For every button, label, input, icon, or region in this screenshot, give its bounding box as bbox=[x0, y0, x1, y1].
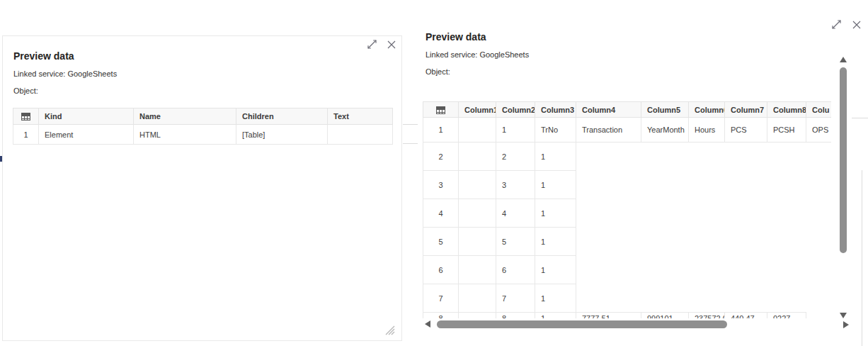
object-label: Object: bbox=[13, 86, 38, 95]
background-divider bbox=[403, 143, 418, 144]
column-header: Column2 bbox=[496, 102, 535, 118]
table-cell: 2 bbox=[496, 143, 535, 171]
table-cell bbox=[459, 284, 496, 313]
table-cell: 5 bbox=[496, 228, 535, 256]
dialog-title: Preview data bbox=[13, 50, 74, 62]
table-cell: 237572.03 bbox=[689, 313, 725, 319]
table-cell: 999101 bbox=[641, 313, 689, 319]
row-index-cell: 1 bbox=[13, 125, 39, 145]
table-cell: HTML bbox=[134, 125, 236, 145]
horizontal-scrollbar-thumb[interactable] bbox=[437, 320, 727, 328]
preview-table: KindNameChildrenText1ElementHTML[Table] bbox=[13, 108, 393, 145]
table-cell bbox=[328, 125, 393, 145]
dialog-title: Preview data bbox=[426, 31, 486, 43]
background-divider bbox=[403, 124, 418, 125]
header-row: Column1Column2Column3Column4Column5Colum… bbox=[423, 102, 832, 118]
table-row: 661 bbox=[423, 256, 832, 284]
table-cell bbox=[459, 256, 496, 284]
table-cell: Element bbox=[39, 125, 134, 145]
close-icon[interactable] bbox=[387, 40, 396, 49]
table-grid-icon bbox=[436, 106, 445, 114]
table-cell bbox=[459, 313, 496, 319]
table-row: 331 bbox=[423, 171, 832, 199]
row-index-header bbox=[13, 108, 39, 125]
table-cell: YearMonth bbox=[641, 118, 689, 143]
table-cell: PCSH bbox=[767, 118, 806, 143]
table-row: 441 bbox=[423, 199, 832, 228]
row-index-cell: 6 bbox=[423, 256, 459, 284]
table-row: 11TrNoTransactionYearMonthHoursPCSPCSHOP… bbox=[423, 118, 832, 143]
table-cell: Transaction bbox=[576, 118, 641, 143]
expand-icon[interactable] bbox=[832, 20, 841, 29]
table-cell: 1 bbox=[535, 228, 576, 256]
table-cell: 6 bbox=[496, 256, 535, 284]
header-row: KindNameChildrenText bbox=[13, 108, 393, 125]
preview-table: Column1Column2Column3Column4Column5Colum… bbox=[423, 101, 831, 318]
table-cell: 440.47 bbox=[725, 313, 767, 319]
preview-data-dialog-left: Preview data Linked service: GoogleSheet… bbox=[2, 35, 402, 341]
table-cell: 1 bbox=[496, 118, 535, 143]
table-cell: 3 bbox=[496, 171, 535, 199]
linked-service-label: Linked service: GoogleSheets bbox=[13, 69, 117, 78]
column-header: Column7 bbox=[725, 102, 767, 118]
row-index-cell: 7 bbox=[423, 284, 459, 313]
table-cell: 1 bbox=[535, 313, 576, 319]
column-header: Column6 bbox=[689, 102, 725, 118]
table-cell: 1 bbox=[535, 256, 576, 284]
background-divider bbox=[862, 170, 862, 346]
row-index-cell: 2 bbox=[423, 143, 459, 171]
scroll-right-arrow-icon[interactable] bbox=[843, 321, 849, 328]
scroll-up-arrow-icon[interactable] bbox=[840, 57, 847, 62]
table-cell bbox=[459, 143, 496, 171]
row-index-header bbox=[423, 102, 459, 118]
table-cell: TrNo bbox=[535, 118, 576, 143]
column-header: Text bbox=[328, 108, 393, 125]
table-cell: 4 bbox=[496, 199, 535, 228]
table-row: 551 bbox=[423, 228, 832, 256]
table-cell: Hours bbox=[689, 118, 725, 143]
screen: Preview data Linked service: GoogleSheet… bbox=[0, 0, 868, 346]
table-cell: [Table] bbox=[236, 125, 328, 145]
table-row: 1ElementHTML[Table] bbox=[13, 125, 393, 145]
table-cell: 1 bbox=[535, 143, 576, 171]
table-cell: OPS bbox=[806, 118, 832, 143]
column-header: Colu bbox=[806, 102, 832, 118]
right-dialog-icons bbox=[832, 20, 861, 29]
table-cell bbox=[459, 118, 496, 143]
column-header: Column3 bbox=[535, 102, 576, 118]
resize-grip-icon[interactable] bbox=[385, 325, 395, 335]
table-cell: 1 bbox=[535, 284, 576, 313]
scroll-left-arrow-icon[interactable] bbox=[425, 320, 430, 328]
column-header: Column5 bbox=[641, 102, 689, 118]
table-cell: 1 bbox=[535, 199, 576, 228]
expand-icon[interactable] bbox=[367, 40, 377, 49]
close-icon[interactable] bbox=[852, 21, 861, 29]
column-header: Column4 bbox=[576, 102, 641, 118]
row-index-cell: 8 bbox=[423, 313, 459, 319]
table-cell: 1 bbox=[535, 171, 576, 199]
table-cell bbox=[459, 228, 496, 256]
row-index-cell: 4 bbox=[423, 199, 459, 228]
table-cell: PCS bbox=[725, 118, 767, 143]
table-row: 221 bbox=[423, 143, 832, 171]
table-cell bbox=[459, 171, 496, 199]
column-header: Children bbox=[236, 108, 328, 125]
table-row: 771 bbox=[423, 284, 832, 313]
vertical-scrollbar-thumb[interactable] bbox=[840, 67, 847, 253]
column-header: Name bbox=[134, 108, 236, 125]
column-header: Column8 bbox=[767, 102, 806, 118]
preview-table-container: Column1Column2Column3Column4Column5Colum… bbox=[423, 101, 831, 318]
table-cell: 7 bbox=[496, 284, 535, 313]
table-row: 8817777.51999101237572.03440.470227 bbox=[423, 313, 832, 319]
row-index-cell: 1 bbox=[423, 118, 459, 143]
object-label: Object: bbox=[426, 67, 450, 76]
row-index-cell: 5 bbox=[423, 228, 459, 256]
table-cell: 0227 bbox=[767, 313, 806, 319]
table-cell: 8 bbox=[496, 313, 535, 319]
column-header: Kind bbox=[39, 108, 134, 125]
table-cell: 7777.51 bbox=[576, 313, 641, 319]
row-index-cell: 3 bbox=[423, 171, 459, 199]
scroll-down-arrow-icon[interactable] bbox=[840, 313, 847, 318]
linked-service-label: Linked service: GoogleSheets bbox=[426, 50, 529, 59]
preview-table-container: KindNameChildrenText1ElementHTML[Table] bbox=[13, 108, 393, 145]
